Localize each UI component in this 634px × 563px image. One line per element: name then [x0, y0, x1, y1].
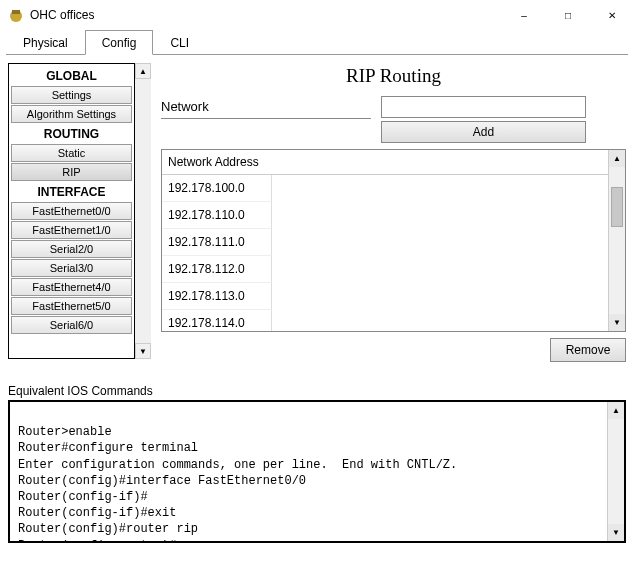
ios-scrollbar[interactable]: ▲ ▼ [607, 402, 624, 541]
svg-rect-1 [12, 10, 20, 14]
section-header: GLOBAL [11, 66, 132, 86]
sidebar-item-fastethernet5-0[interactable]: FastEthernet5/0 [11, 297, 132, 315]
titlebar: OHC offices – □ ✕ [0, 0, 634, 30]
add-button[interactable]: Add [381, 121, 586, 143]
sidebar-item-rip[interactable]: RIP [11, 163, 132, 181]
table-row[interactable]: 192.178.110.0 [162, 202, 272, 229]
tab-bar: Physical Config CLI [6, 30, 628, 55]
ios-commands-box: Router>enable Router#configure terminal … [8, 400, 626, 543]
remove-button[interactable]: Remove [550, 338, 626, 362]
sidebar-item-fastethernet4-0[interactable]: FastEthernet4/0 [11, 278, 132, 296]
ios-commands-output[interactable]: Router>enable Router#configure terminal … [10, 402, 607, 541]
scroll-down-icon[interactable]: ▼ [135, 343, 151, 359]
app-icon [8, 7, 24, 23]
window-title: OHC offices [30, 8, 502, 22]
sidebar-item-fastethernet0-0[interactable]: FastEthernet0/0 [11, 202, 132, 220]
section-header: ROUTING [11, 124, 132, 144]
close-button[interactable]: ✕ [590, 0, 634, 30]
section-header: INTERFACE [11, 182, 132, 202]
tab-physical[interactable]: Physical [6, 30, 85, 54]
scroll-down-icon[interactable]: ▼ [609, 314, 625, 331]
minimize-button[interactable]: – [502, 0, 546, 30]
table-scrollbar[interactable]: ▲ ▼ [608, 150, 625, 331]
table-header: Network Address [162, 150, 608, 175]
table-row[interactable]: 192.178.100.0 [162, 175, 272, 202]
scroll-up-icon[interactable]: ▲ [609, 150, 625, 167]
sidebar-item-serial2-0[interactable]: Serial2/0 [11, 240, 132, 258]
network-input[interactable] [381, 96, 586, 118]
network-label: Network [161, 95, 371, 119]
ios-commands-label: Equivalent IOS Commands [8, 384, 626, 398]
network-table: Network Address192.178.100.0192.178.110.… [161, 149, 626, 332]
sidebar-item-fastethernet1-0[interactable]: FastEthernet1/0 [11, 221, 132, 239]
table-row[interactable]: 192.178.114.0 [162, 310, 272, 331]
scroll-up-icon[interactable]: ▲ [608, 402, 624, 419]
table-row[interactable]: 192.178.111.0 [162, 229, 272, 256]
tab-config[interactable]: Config [85, 30, 154, 55]
table-row[interactable]: 192.178.113.0 [162, 283, 272, 310]
config-sidebar: GLOBALSettingsAlgorithm SettingsROUTINGS… [8, 63, 135, 359]
maximize-button[interactable]: □ [546, 0, 590, 30]
scroll-up-icon[interactable]: ▲ [135, 63, 151, 79]
main-panel: RIP Routing Network Add Network Address1… [161, 63, 626, 362]
tab-cli[interactable]: CLI [153, 30, 206, 54]
sidebar-item-serial3-0[interactable]: Serial3/0 [11, 259, 132, 277]
table-row[interactable]: 192.178.112.0 [162, 256, 272, 283]
sidebar-scrollbar[interactable]: ▲ ▼ [135, 63, 151, 359]
scroll-thumb[interactable] [611, 187, 623, 227]
sidebar-item-algorithm-settings[interactable]: Algorithm Settings [11, 105, 132, 123]
sidebar-item-static[interactable]: Static [11, 144, 132, 162]
scroll-track[interactable] [135, 79, 151, 343]
sidebar-item-settings[interactable]: Settings [11, 86, 132, 104]
scroll-down-icon[interactable]: ▼ [608, 524, 624, 541]
sidebar-item-serial6-0[interactable]: Serial6/0 [11, 316, 132, 334]
page-title: RIP Routing [161, 65, 626, 87]
